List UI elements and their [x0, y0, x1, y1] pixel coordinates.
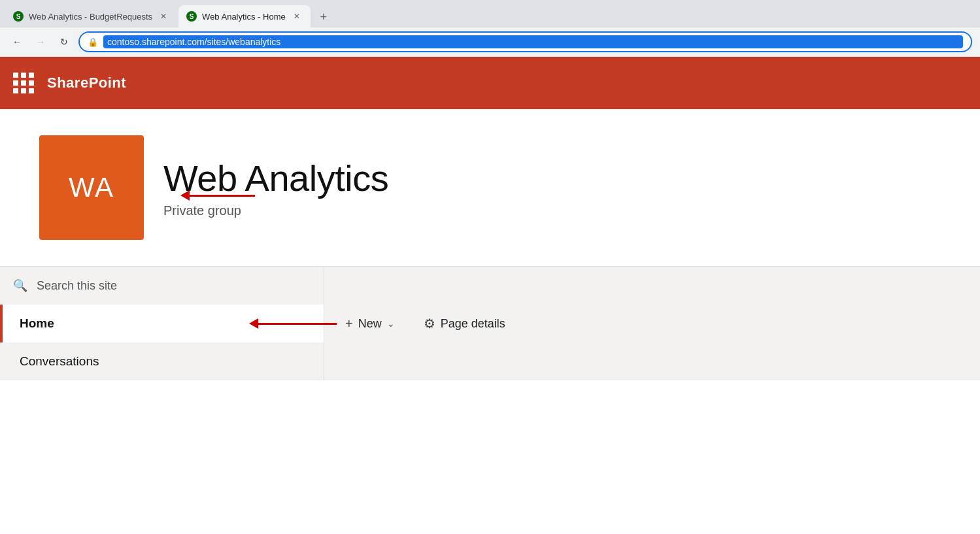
waffle-dot	[13, 80, 18, 86]
waffle-dot	[21, 80, 26, 86]
new-plus-icon: +	[345, 316, 353, 331]
waffle-dot	[29, 73, 34, 78]
site-name: Web Analytics	[163, 157, 388, 199]
search-bar[interactable]: 🔍 Search this site	[0, 267, 324, 305]
search-icon: 🔍	[13, 278, 27, 293]
url-wrapper: 🔒 contoso.sharepoint.com/sites/webanalyt…	[78, 31, 972, 52]
new-button[interactable]: + New ⌄	[337, 311, 403, 337]
new-tab-button[interactable]: +	[314, 8, 333, 26]
back-button[interactable]: ←	[8, 33, 26, 51]
home-arrow-head	[249, 318, 258, 329]
tab2-close[interactable]: ✕	[291, 10, 303, 22]
waffle-dot	[29, 88, 34, 93]
waffle-dot	[21, 88, 26, 93]
nav-item-home[interactable]: Home	[0, 305, 324, 342]
site-type: Private group	[163, 203, 388, 218]
waffle-dot	[13, 73, 18, 78]
site-header: WA Web Analytics Private group	[0, 109, 980, 266]
page-details-button[interactable]: ⚙ Page details	[416, 310, 513, 337]
toolbar: 🔍 Search this site Home Conversations + …	[0, 266, 980, 380]
url-text: contoso.sharepoint.com/sites/webanalytic…	[103, 35, 963, 48]
new-chevron-icon: ⌄	[387, 318, 395, 329]
address-bar: ← → ↻ 🔒 contoso.sharepoint.com/sites/web…	[0, 27, 980, 56]
home-annotation-arrow	[249, 318, 337, 329]
command-bar: + New ⌄ ⚙ Page details	[324, 267, 980, 380]
browser-chrome: S Web Analytics - BudgetRequests ✕ S Web…	[0, 0, 980, 57]
new-label: New	[358, 317, 382, 331]
waffle-dot	[13, 88, 18, 93]
forward-button[interactable]: →	[31, 33, 50, 51]
site-header-wrapper: WA Web Analytics Private group	[0, 109, 980, 266]
page-details-label: Page details	[441, 317, 505, 331]
lock-icon: 🔒	[88, 37, 98, 47]
gear-icon: ⚙	[424, 316, 435, 331]
tab-bar: S Web Analytics - BudgetRequests ✕ S Web…	[0, 0, 980, 27]
site-logo-text: WA	[69, 172, 114, 203]
tab-budget-requests[interactable]: S Web Analytics - BudgetRequests ✕	[5, 5, 177, 27]
site-info: Web Analytics Private group	[163, 157, 388, 218]
nav-home-label: Home	[20, 316, 54, 331]
sharepoint-header: SharePoint	[0, 57, 980, 109]
nav-conversations-label: Conversations	[20, 354, 99, 369]
waffle-menu[interactable]	[13, 73, 34, 93]
tab2-title: Web Analytics - Home	[202, 12, 286, 22]
waffle-dot	[21, 73, 26, 78]
url-bar[interactable]: 🔒 contoso.sharepoint.com/sites/webanalyt…	[78, 31, 972, 52]
site-logo[interactable]: WA	[39, 135, 144, 240]
search-placeholder-text: Search this site	[37, 279, 117, 293]
tab1-title: Web Analytics - BudgetRequests	[29, 12, 152, 22]
sharepoint-app-name: SharePoint	[47, 75, 126, 92]
reload-button[interactable]: ↻	[55, 33, 73, 51]
waffle-dot	[29, 80, 34, 86]
sidebar: 🔍 Search this site Home Conversations	[0, 267, 324, 380]
tab1-close[interactable]: ✕	[158, 10, 169, 22]
nav-item-conversations[interactable]: Conversations	[0, 342, 324, 380]
tab1-favicon: S	[13, 11, 24, 22]
tab2-favicon: S	[186, 11, 197, 22]
tab-home[interactable]: S Web Analytics - Home ✕	[178, 5, 311, 27]
